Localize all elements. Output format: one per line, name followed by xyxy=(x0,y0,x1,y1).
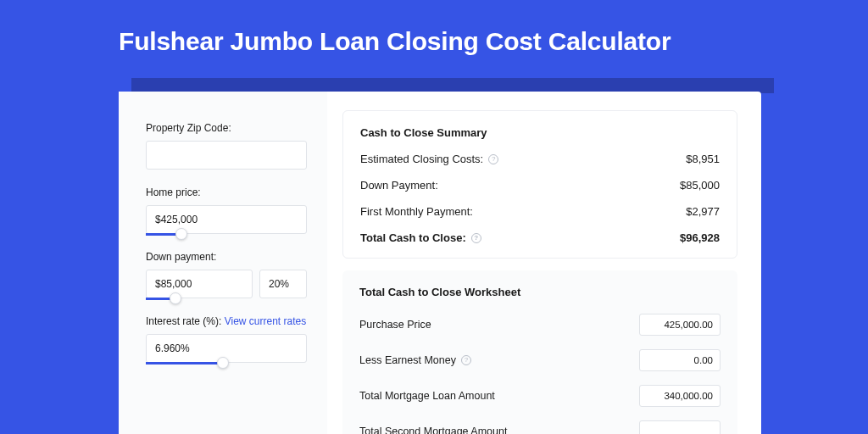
summary-label: Estimated Closing Costs: xyxy=(360,153,483,165)
ws-row-mortgage-total: Total Mortgage Loan Amount xyxy=(359,385,721,407)
summary-value: $2,977 xyxy=(686,205,720,218)
ws-input-second-mortgage[interactable] xyxy=(639,420,721,434)
summary-row-closing-costs: Estimated Closing Costs: ? $8,951 xyxy=(360,153,720,165)
results-column: Cash to Close Summary Estimated Closing … xyxy=(327,92,761,434)
summary-title: Cash to Close Summary xyxy=(360,126,720,139)
ws-label: Less Earnest Money xyxy=(359,354,456,366)
summary-row-total: Total Cash to Close: ? $96,928 xyxy=(360,231,720,244)
summary-value: $96,928 xyxy=(680,231,720,244)
summary-row-down-payment: Down Payment: $85,000 xyxy=(360,179,720,192)
summary-label: First Monthly Payment: xyxy=(360,205,473,218)
summary-box: Cash to Close Summary Estimated Closing … xyxy=(342,110,737,259)
interest-rate-slider[interactable] xyxy=(146,334,307,363)
down-payment-input[interactable] xyxy=(146,270,253,298)
home-price-block: Home price: xyxy=(146,186,307,234)
down-payment-pct-input[interactable] xyxy=(259,270,307,298)
ws-row-second-mortgage: Total Second Mortgage Amount xyxy=(359,420,721,434)
ws-label: Total Mortgage Loan Amount xyxy=(359,390,495,402)
worksheet-title: Total Cash to Close Worksheet xyxy=(359,286,721,298)
home-price-slider[interactable] xyxy=(146,205,307,234)
ws-input-earnest-money[interactable] xyxy=(639,349,721,371)
inputs-column: Property Zip Code: Home price: Down paym… xyxy=(119,92,327,434)
ws-label: Purchase Price xyxy=(359,319,431,331)
down-payment-label: Down payment: xyxy=(146,251,307,263)
ws-input-mortgage-total[interactable] xyxy=(639,385,721,407)
ws-label: Total Second Mortgage Amount xyxy=(359,426,507,434)
summary-label: Down Payment: xyxy=(360,179,438,192)
rate-label-row: Interest rate (%): View current rates xyxy=(146,315,307,327)
interest-rate-block: Interest rate (%): View current rates xyxy=(146,315,307,363)
down-payment-slider[interactable] xyxy=(146,270,253,298)
view-rates-link[interactable]: View current rates xyxy=(225,315,307,327)
zip-label: Property Zip Code: xyxy=(146,122,307,134)
ws-row-purchase-price: Purchase Price xyxy=(359,314,721,336)
help-icon[interactable]: ? xyxy=(488,154,498,164)
rate-label-prefix: Interest rate (%): xyxy=(146,315,225,327)
summary-value: $8,951 xyxy=(686,153,720,165)
home-price-label: Home price: xyxy=(146,186,307,198)
summary-value: $85,000 xyxy=(680,179,720,192)
summary-row-first-monthly: First Monthly Payment: $2,977 xyxy=(360,205,720,218)
page-title: Fulshear Jumbo Loan Closing Cost Calcula… xyxy=(0,0,868,56)
zip-field-block: Property Zip Code: xyxy=(146,122,307,170)
help-icon[interactable]: ? xyxy=(461,355,471,365)
worksheet-box: Total Cash to Close Worksheet Purchase P… xyxy=(342,270,737,434)
ws-input-purchase-price[interactable] xyxy=(639,314,721,336)
summary-label: Total Cash to Close: xyxy=(360,231,466,244)
down-payment-block: Down payment: xyxy=(146,251,307,298)
ws-row-earnest-money: Less Earnest Money ? xyxy=(359,349,721,371)
help-icon[interactable]: ? xyxy=(471,233,481,243)
home-price-input[interactable] xyxy=(146,205,307,234)
calculator-card: Property Zip Code: Home price: Down paym… xyxy=(119,92,761,434)
zip-input[interactable] xyxy=(146,141,307,170)
